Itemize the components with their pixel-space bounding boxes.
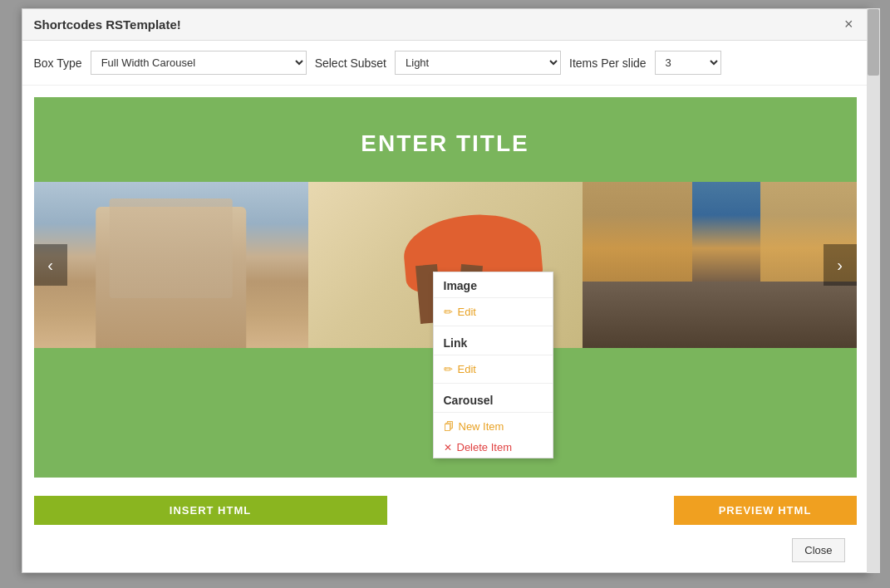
context-menu-image-label: Image bbox=[444, 279, 477, 292]
context-menu-link-edit-label: Edit bbox=[458, 363, 476, 375]
new-item-icon: 🗍 bbox=[444, 421, 454, 433]
context-menu-image-edit-label: Edit bbox=[458, 306, 476, 318]
carousel-prev-button[interactable]: ‹ bbox=[34, 244, 67, 286]
modal-toolbar: Box Type Full Width Carousel Carousel Gr… bbox=[22, 41, 868, 86]
context-menu-link-label: Link bbox=[444, 336, 468, 350]
edit-icon-2 bbox=[444, 363, 453, 375]
context-menu-divider-4 bbox=[434, 383, 553, 384]
box-type-select[interactable]: Full Width Carousel Carousel Grid List bbox=[91, 51, 307, 75]
carousel-title-area: ENTER TITLE bbox=[34, 97, 857, 182]
context-menu-image-section: Image bbox=[434, 272, 553, 294]
modal-close-button[interactable]: × bbox=[841, 16, 857, 33]
context-menu-new-item-label: New Item bbox=[459, 420, 504, 433]
context-menu-image-edit[interactable]: Edit bbox=[434, 301, 553, 322]
box-type-label: Box Type bbox=[34, 56, 82, 70]
modal-footer: INSERT HTML PREVIEW HTML bbox=[22, 489, 868, 532]
chevron-left-icon: ‹ bbox=[47, 256, 53, 275]
edit-icon-1 bbox=[444, 306, 453, 318]
carousel-image-1[interactable] bbox=[34, 182, 308, 348]
carousel-next-button[interactable]: › bbox=[824, 244, 857, 286]
modal: Shortcodes RSTemplate! × Box Type Full W… bbox=[22, 8, 869, 573]
chevron-right-icon: › bbox=[837, 256, 843, 275]
context-menu-divider-1 bbox=[434, 297, 553, 298]
context-menu-divider-2 bbox=[434, 326, 553, 326]
preview-html-button[interactable]: PREVIEW HTML bbox=[674, 496, 857, 525]
items-per-slide-label: Items Per slide bbox=[569, 56, 647, 70]
subset-select[interactable]: Light Dark Custom bbox=[395, 51, 561, 75]
delete-icon: ✕ bbox=[444, 442, 452, 453]
close-row: Close bbox=[22, 532, 868, 572]
select-subset-label: Select Subset bbox=[315, 56, 386, 70]
context-menu-delete-item[interactable]: ✕ Delete Item bbox=[434, 437, 553, 458]
modal-title: Shortcodes RSTemplate! bbox=[34, 17, 181, 32]
carousel-title: ENTER TITLE bbox=[51, 130, 840, 157]
context-menu-carousel-section: Carousel bbox=[434, 387, 553, 409]
context-menu-divider-3 bbox=[434, 355, 553, 355]
context-menu-link-edit[interactable]: Edit bbox=[434, 359, 553, 380]
scrollbar[interactable] bbox=[867, 8, 880, 573]
context-menu-divider-5 bbox=[434, 412, 553, 413]
context-menu-carousel-label: Carousel bbox=[444, 394, 494, 407]
modal-header: Shortcodes RSTemplate! × bbox=[22, 9, 868, 41]
carousel-area: ENTER TITLE ‹ bbox=[34, 97, 857, 478]
close-button[interactable]: Close bbox=[792, 538, 844, 562]
modal-overlay: Shortcodes RSTemplate! × Box Type Full W… bbox=[0, 0, 890, 588]
context-menu-delete-item-label: Delete Item bbox=[457, 441, 512, 453]
context-menu: Image Edit Link Edit Carousel bbox=[433, 272, 553, 458]
insert-html-button[interactable]: INSERT HTML bbox=[34, 496, 387, 525]
items-per-slide-select[interactable]: 1 2 3 4 5 bbox=[655, 51, 721, 75]
scrollbar-thumb[interactable] bbox=[868, 9, 879, 76]
carousel-image-3[interactable] bbox=[583, 182, 857, 348]
context-menu-new-item[interactable]: 🗍 New Item bbox=[434, 416, 553, 437]
context-menu-link-section: Link bbox=[434, 330, 553, 351]
